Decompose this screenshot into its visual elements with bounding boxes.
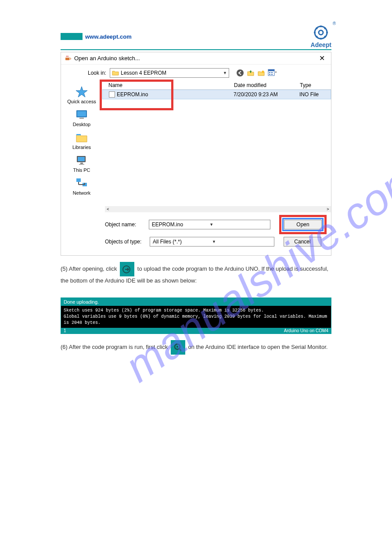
- sidebar-libraries[interactable]: Libraries: [72, 131, 91, 151]
- chevron-down-icon: ▼: [209, 222, 267, 227]
- svg-rect-24: [80, 163, 83, 164]
- svg-line-9: [316, 36, 317, 37]
- network-icon: [75, 177, 88, 189]
- sidebar-item-label: Quick access: [67, 99, 96, 104]
- desktop-icon: [75, 109, 88, 121]
- console-statusbar: 1 Arduino Uno on COM4: [61, 328, 331, 334]
- close-button[interactable]: ✕: [316, 54, 327, 62]
- cancel-button[interactable]: Cancel: [284, 237, 321, 247]
- svg-line-8: [324, 28, 326, 29]
- svg-rect-26: [76, 178, 81, 182]
- chevron-down-icon: ▼: [223, 71, 227, 75]
- svg-rect-16: [271, 72, 273, 73]
- java-coffee-icon: [65, 55, 72, 62]
- console-output: Sketch uses 924 bytes (2%) of program st…: [61, 306, 331, 328]
- lookin-label: Look in:: [86, 70, 106, 76]
- instruction-step-5: (5) After opening, click to upload the c…: [61, 262, 331, 285]
- svg-point-11: [237, 69, 244, 76]
- svg-rect-14: [269, 72, 270, 73]
- lookin-combo[interactable]: Lesson 4 EEPROM ▼: [110, 68, 229, 78]
- console-status: Done uploading.: [61, 298, 331, 306]
- chevron-down-icon: ▼: [212, 239, 271, 244]
- svg-rect-25: [79, 164, 84, 165]
- lookin-value: Lesson 4 EEPROM: [121, 70, 223, 76]
- sidebar-desktop[interactable]: Desktop: [73, 108, 90, 128]
- instruction-text: (5) After opening, click: [61, 265, 119, 272]
- instruction-text: (6) After the code program is run, first…: [61, 343, 169, 350]
- svg-rect-23: [78, 157, 85, 161]
- adeept-logo: ® Adeept: [311, 25, 331, 48]
- svg-rect-10: [65, 58, 69, 60]
- sidebar-this-pc[interactable]: This PC: [73, 153, 90, 174]
- file-name: EEPROM.ino: [117, 91, 234, 98]
- places-sidebar: Quick access Desktop Libraries This PC N…: [61, 81, 102, 212]
- svg-rect-17: [271, 74, 273, 75]
- file-date: 7/20/2020 9:23 AM: [234, 91, 299, 98]
- instruction-text: on the Arduino IDE interface to open the…: [188, 343, 327, 350]
- upload-icon: [120, 262, 134, 276]
- folder-icon: [112, 70, 119, 76]
- objname-combo[interactable]: EEPROM.ino ▼: [149, 220, 270, 229]
- objname-label: Object name:: [105, 221, 144, 228]
- svg-point-34: [176, 346, 178, 348]
- scroll-right-icon[interactable]: >: [325, 206, 331, 212]
- open-button[interactable]: Open: [284, 220, 322, 229]
- console-board-info: Arduino Uno on COM4: [284, 328, 328, 333]
- new-folder-icon[interactable]: [257, 69, 265, 77]
- column-type[interactable]: Type: [300, 82, 331, 88]
- arduino-console: Done uploading. Sketch uses 924 bytes (2…: [61, 297, 331, 334]
- objtype-value: All Files (*.*): [153, 239, 212, 245]
- scroll-left-icon[interactable]: <: [105, 206, 111, 212]
- column-name[interactable]: Name: [102, 82, 234, 88]
- highlight-open-box: Open: [279, 215, 327, 234]
- sidebar-quick-access[interactable]: Quick access: [67, 85, 96, 105]
- registered-icon: ®: [333, 21, 336, 26]
- gear-logo-icon: [313, 25, 329, 40]
- page-header: www.adeept.com ® Adeept: [61, 25, 331, 50]
- sidebar-item-label: Libraries: [72, 145, 91, 150]
- svg-rect-13: [268, 69, 274, 71]
- sidebar-network[interactable]: Network: [73, 176, 90, 196]
- dialog-title: Open an Arduino sketch...: [74, 55, 316, 62]
- file-icon: [109, 91, 115, 98]
- objtype-combo[interactable]: All Files (*.*) ▼: [150, 237, 274, 247]
- svg-line-6: [316, 28, 317, 29]
- console-line: Global variables use 9 bytes (0%) of dyn…: [64, 314, 328, 326]
- svg-line-33: [179, 348, 181, 351]
- sidebar-item-label: Network: [73, 190, 90, 196]
- objtype-label: Objects of type:: [105, 239, 145, 245]
- svg-line-7: [324, 36, 326, 37]
- back-icon[interactable]: [236, 69, 244, 77]
- objname-value: EEPROM.ino: [152, 221, 210, 228]
- horizontal-scrollbar[interactable]: < >: [105, 206, 331, 212]
- file-type: INO File: [299, 91, 331, 98]
- sidebar-item-label: Desktop: [73, 122, 90, 127]
- console-line: Sketch uses 924 bytes (2%) of program st…: [64, 308, 328, 314]
- serial-monitor-icon: [171, 340, 185, 355]
- column-date[interactable]: Date modified: [234, 82, 300, 88]
- up-folder-icon[interactable]: [247, 69, 255, 77]
- svg-rect-19: [77, 111, 86, 116]
- scroll-track[interactable]: [111, 206, 325, 212]
- svg-rect-21: [76, 134, 81, 135]
- logo-text: Adeept: [311, 41, 331, 48]
- view-menu-icon[interactable]: [268, 69, 277, 77]
- svg-point-1: [319, 30, 323, 35]
- star-icon: [75, 86, 88, 98]
- libraries-icon: [75, 131, 88, 144]
- svg-rect-15: [269, 74, 270, 75]
- instruction-step-6: (6) After the code program is run, first…: [61, 340, 331, 355]
- file-list-area: Name Date modified Type EEPROM.ino 7/20/…: [102, 81, 331, 212]
- file-dialog: Open an Arduino sketch... ✕ Look in: Les…: [61, 52, 331, 256]
- pc-icon: [75, 154, 88, 167]
- svg-rect-20: [79, 118, 84, 119]
- console-line-number: 1: [64, 328, 66, 333]
- header-url: www.adeept.com: [85, 33, 132, 40]
- header-accent-block: [61, 33, 83, 40]
- sidebar-item-label: This PC: [73, 167, 90, 173]
- file-list-header: Name Date modified Type: [102, 81, 331, 90]
- file-row[interactable]: EEPROM.ino 7/20/2020 9:23 AM INO File: [102, 90, 331, 99]
